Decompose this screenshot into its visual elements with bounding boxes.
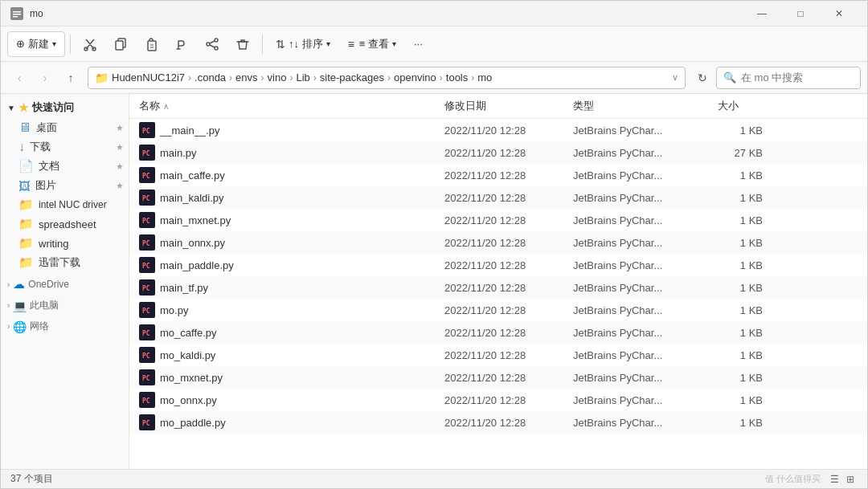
more-button[interactable]: ··· (406, 33, 431, 55)
paste-button[interactable] (137, 30, 166, 59)
file-type-icon: PC (139, 279, 155, 295)
quick-access-header[interactable]: ▼ ★ 快速访问 (1, 97, 129, 118)
file-date: 2022/11/20 12:28 (435, 145, 563, 161)
maximize-button[interactable]: □ (782, 1, 819, 26)
file-type: JetBrains PyChar... (563, 190, 708, 206)
search-icon: 🔍 (723, 71, 736, 84)
table-row[interactable]: PC mo_onnx.py 2022/11/20 12:28 JetBrains… (129, 389, 867, 411)
svg-point-8 (215, 47, 218, 50)
sidebar-item-images[interactable]: 🖼 图片 ★ (1, 176, 129, 195)
file-type: JetBrains PyChar... (563, 168, 708, 183)
sidebar-label-docs: 文档 (39, 159, 59, 173)
copy-button[interactable] (106, 30, 135, 59)
table-row[interactable]: PC mo_caffe.py 2022/11/20 12:28 JetBrain… (129, 321, 867, 344)
view-toggle: ☰ ⊞ (827, 472, 858, 487)
table-row[interactable]: PC mo_kaldi.py 2022/11/20 12:28 JetBrain… (129, 344, 867, 366)
sidebar-item-writing[interactable]: 📁 writing (1, 234, 129, 253)
table-row[interactable]: PC main_caffe.py 2022/11/20 12:28 JetBra… (129, 164, 867, 186)
view-label: ≡ 查看 (359, 37, 389, 51)
table-row[interactable]: PC main.py 2022/11/20 12:28 JetBrains Py… (129, 141, 867, 164)
file-size: 1 KB (708, 370, 772, 385)
delete-button[interactable] (228, 30, 257, 59)
thispc-header[interactable]: › 💻 此电脑 (1, 294, 129, 315)
sidebar-item-spreadsheet[interactable]: 📁 spreadsheet (1, 214, 129, 234)
file-type: JetBrains PyChar... (563, 393, 708, 408)
file-date: 2022/11/20 12:28 (435, 303, 563, 318)
svg-text:PC: PC (142, 330, 150, 337)
file-type-icon: PC (139, 302, 155, 318)
sort-icon: ⇅ (276, 38, 285, 51)
col-header-date[interactable]: 修改日期 (435, 97, 563, 115)
address-bar[interactable]: 📁 HudenNUC12i7 › .conda › envs › vino › … (88, 67, 686, 89)
breadcrumb-2: envs (235, 71, 257, 84)
col-header-name[interactable]: 名称 ∧ (129, 97, 435, 115)
close-button[interactable]: ✕ (821, 1, 858, 26)
sidebar-label-nuc: intel NUC driver (39, 199, 107, 210)
new-button[interactable]: ⊕ 新建 ▾ (7, 31, 65, 57)
forward-button[interactable]: › (33, 66, 57, 90)
file-name: __main__.py (160, 124, 219, 137)
table-row[interactable]: PC main_tf.py 2022/11/20 12:28 JetBrains… (129, 276, 867, 299)
table-row[interactable]: PC mo_mxnet.py 2022/11/20 12:28 JetBrain… (129, 366, 867, 389)
toolbar-sep-2 (262, 35, 263, 54)
view-button[interactable]: ≡ ≡ 查看 ▾ (340, 32, 404, 56)
share-button[interactable] (198, 30, 227, 59)
file-name: mo_mxnet.py (160, 372, 223, 384)
table-row[interactable]: PC __main__.py 2022/11/20 12:28 JetBrain… (129, 119, 867, 141)
col-header-size[interactable]: 大小 (708, 97, 772, 115)
watermark: 值 什么值得买 (765, 473, 821, 485)
onedrive-header[interactable]: › ☁ OneDrive (1, 272, 129, 294)
file-date: 2022/11/20 12:28 (435, 280, 563, 295)
sidebar-item-desktop[interactable]: 🖥 桌面 ★ (1, 118, 129, 137)
view-icon: ≡ (348, 38, 354, 51)
address-dropdown[interactable]: ∨ (672, 72, 678, 83)
file-date: 2022/11/20 12:28 (435, 235, 563, 251)
svg-text:PC: PC (142, 352, 150, 360)
back-button[interactable]: ‹ (7, 66, 31, 90)
file-size: 1 KB (708, 303, 772, 318)
pin-icon-desktop: ★ (116, 123, 124, 133)
search-input[interactable] (741, 71, 854, 84)
table-row[interactable]: PC main_paddle.py 2022/11/20 12:28 JetBr… (129, 254, 867, 276)
pc-icon: 💻 (13, 300, 27, 312)
sidebar-item-nuc[interactable]: 📁 intel NUC driver (1, 195, 129, 214)
up-button[interactable]: ↑ (59, 66, 83, 90)
sidebar-item-docs[interactable]: 📄 文档 ★ (1, 157, 129, 176)
pin-icon-download: ★ (116, 142, 124, 153)
file-size: 1 KB (708, 415, 772, 430)
list-view-button[interactable]: ☰ (827, 472, 841, 487)
file-type-icon: PC (139, 122, 155, 138)
network-header[interactable]: › 🌐 网络 (1, 315, 129, 336)
table-row[interactable]: PC main_kaldi.py 2022/11/20 12:28 JetBra… (129, 186, 867, 209)
table-row[interactable]: PC mo_paddle.py 2022/11/20 12:28 JetBrai… (129, 411, 867, 434)
file-type-icon: PC (139, 257, 155, 273)
file-size: 1 KB (708, 280, 772, 295)
sort-label: ↑↓ 排序 (289, 37, 323, 51)
file-name: main_caffe.py (160, 169, 225, 181)
file-type: JetBrains PyChar... (563, 303, 708, 318)
refresh-button[interactable]: ↻ (690, 66, 714, 90)
sidebar-item-download[interactable]: ↓ 下载 ★ (1, 137, 129, 157)
sidebar-item-xunlei[interactable]: 📁 迅雷下载 (1, 253, 129, 272)
table-row[interactable]: PC mo.py 2022/11/20 12:28 JetBrains PyCh… (129, 299, 867, 321)
rename-button[interactable] (167, 30, 196, 59)
file-type-icon: PC (139, 234, 155, 251)
view-arrow: ▾ (392, 39, 396, 48)
breadcrumb-4: Lib (296, 71, 309, 84)
file-name-cell: PC main_tf.py (129, 278, 435, 297)
minimize-button[interactable]: — (743, 1, 780, 26)
cut-button[interactable] (76, 30, 104, 59)
sort-arrow: ▾ (326, 39, 330, 48)
breadcrumb-8: mo (477, 71, 492, 84)
table-row[interactable]: PC main_mxnet.py 2022/11/20 12:28 JetBra… (129, 209, 867, 231)
file-name-cell: PC main_kaldi.py (129, 188, 435, 207)
sidebar: ▼ ★ 快速访问 🖥 桌面 ★ ↓ 下载 ★ 📄 文档 ★ 🖼 图片 ★ 📁 i… (1, 94, 129, 469)
table-row[interactable]: PC main_onnx.py 2022/11/20 12:28 JetBrai… (129, 231, 867, 254)
col-header-type[interactable]: 类型 (563, 97, 708, 115)
sort-button[interactable]: ⇅ ↑↓ 排序 ▾ (268, 32, 338, 56)
file-name: mo_paddle.py (160, 417, 226, 429)
file-date: 2022/11/20 12:28 (435, 415, 563, 430)
grid-view-button[interactable]: ⊞ (843, 472, 858, 487)
file-type: JetBrains PyChar... (563, 280, 708, 295)
pin-icon-images: ★ (116, 181, 124, 191)
